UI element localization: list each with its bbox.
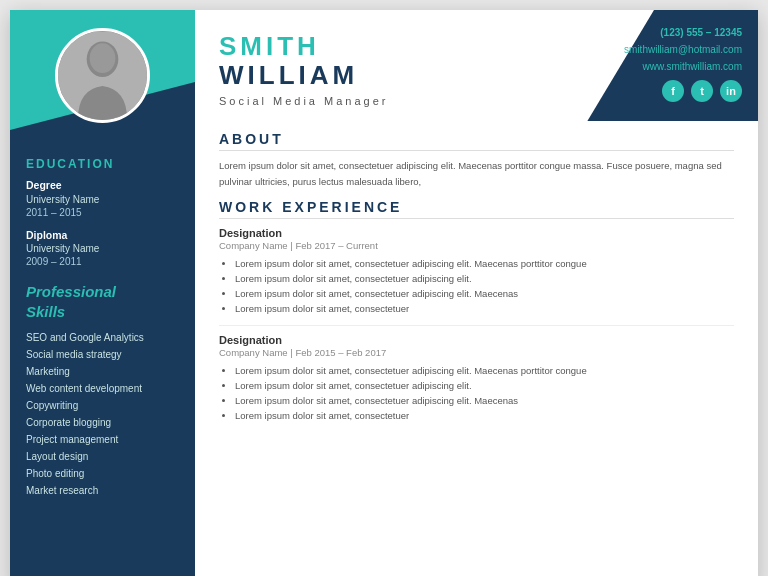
- skills-list: SEO and Google Analytics Social media st…: [26, 329, 179, 499]
- skill-2: Social media strategy: [26, 346, 179, 363]
- edu-item-1: Degree University Name 2011 – 2015: [26, 179, 179, 219]
- social-icons: f t in: [624, 80, 742, 102]
- main-body: ABOUT Lorem ipsum dolor sit amet, consec…: [195, 121, 758, 576]
- website: www.smithwilliam.com: [624, 58, 742, 75]
- about-heading: ABOUT: [219, 131, 734, 151]
- edu-year-2: 2009 – 2011: [26, 255, 179, 268]
- svg-point-2: [90, 43, 116, 73]
- work-heading: WORK EXPERIENCE: [219, 199, 734, 219]
- avatar: [55, 28, 150, 123]
- sidebar: EDUCATION Degree University Name 2011 – …: [10, 10, 195, 576]
- edu-degree-1: Degree: [26, 179, 179, 193]
- job-1-designation: Designation: [219, 227, 734, 239]
- skill-3: Marketing: [26, 363, 179, 380]
- job-2-bullet-3: Lorem ipsum dolor sit amet, consectetuer…: [235, 393, 734, 408]
- job-1-bullet-2: Lorem ipsum dolor sit amet, consectetuer…: [235, 271, 734, 286]
- job-1-bullet-1: Lorem ipsum dolor sit amet, consectetuer…: [235, 256, 734, 271]
- job-1-bullet-4: Lorem ipsum dolor sit amet, consectetuer: [235, 301, 734, 316]
- edu-item-2: Diploma University Name 2009 – 2011: [26, 229, 179, 269]
- job-2-company: Company Name: [219, 347, 288, 358]
- job-1: Designation Company Name | Feb 2017 – Cu…: [219, 227, 734, 317]
- edu-degree-2: Diploma: [26, 229, 179, 243]
- resume-wrapper: EDUCATION Degree University Name 2011 – …: [10, 10, 758, 576]
- job-2-bullets: Lorem ipsum dolor sit amet, consectetuer…: [219, 363, 734, 424]
- job-2-bullet-1: Lorem ipsum dolor sit amet, consectetuer…: [235, 363, 734, 378]
- skill-8: Layout design: [26, 448, 179, 465]
- phone: (123) 555 – 12345: [624, 24, 742, 41]
- about-text: Lorem ipsum dolor sit amet, consectetuer…: [219, 158, 734, 188]
- linkedin-icon[interactable]: in: [720, 80, 742, 102]
- job-1-company: Company Name: [219, 240, 288, 251]
- main-header: SMITH WILLIAM Social Media Manager (123)…: [195, 10, 758, 121]
- edu-university-1: University Name: [26, 193, 179, 206]
- email: smithwilliam@hotmail.com: [624, 41, 742, 58]
- skill-4: Web content development: [26, 380, 179, 397]
- job-1-company-date: Company Name | Feb 2017 – Current: [219, 240, 734, 251]
- job-2-company-date: Company Name | Feb 2015 – Feb 2017: [219, 347, 734, 358]
- skill-1: SEO and Google Analytics: [26, 329, 179, 346]
- job-2-designation: Designation: [219, 334, 734, 346]
- job-2-bullet-4: Lorem ipsum dolor sit amet, consectetuer: [235, 408, 734, 423]
- job-2: Designation Company Name | Feb 2015 – Fe…: [219, 334, 734, 424]
- sidebar-content: EDUCATION Degree University Name 2011 – …: [10, 133, 195, 511]
- job-1-bullet-3: Lorem ipsum dolor sit amet, consectetuer…: [235, 286, 734, 301]
- education-title: EDUCATION: [26, 157, 179, 171]
- job-2-date: Feb 2015 – Feb 2017: [295, 347, 386, 358]
- job-2-bullet-2: Lorem ipsum dolor sit amet, consectetuer…: [235, 378, 734, 393]
- twitter-icon[interactable]: t: [691, 80, 713, 102]
- job-1-bullets: Lorem ipsum dolor sit amet, consectetuer…: [219, 256, 734, 317]
- edu-university-2: University Name: [26, 242, 179, 255]
- skill-5: Copywriting: [26, 397, 179, 414]
- facebook-icon[interactable]: f: [662, 80, 684, 102]
- skill-10: Market research: [26, 482, 179, 499]
- contact-area: (123) 555 – 12345 smithwilliam@hotmail.c…: [624, 24, 742, 102]
- skills-title: ProfessionalSkills: [26, 282, 179, 321]
- avatar-image: [58, 31, 147, 121]
- job-1-date: Feb 2017 – Current: [295, 240, 377, 251]
- main-content: SMITH WILLIAM Social Media Manager (123)…: [195, 10, 758, 576]
- skill-6: Corporate blogging: [26, 414, 179, 431]
- job-divider: [219, 325, 734, 326]
- skill-9: Photo editing: [26, 465, 179, 482]
- avatar-container: [10, 10, 195, 133]
- skill-7: Project management: [26, 431, 179, 448]
- edu-year-1: 2011 – 2015: [26, 206, 179, 219]
